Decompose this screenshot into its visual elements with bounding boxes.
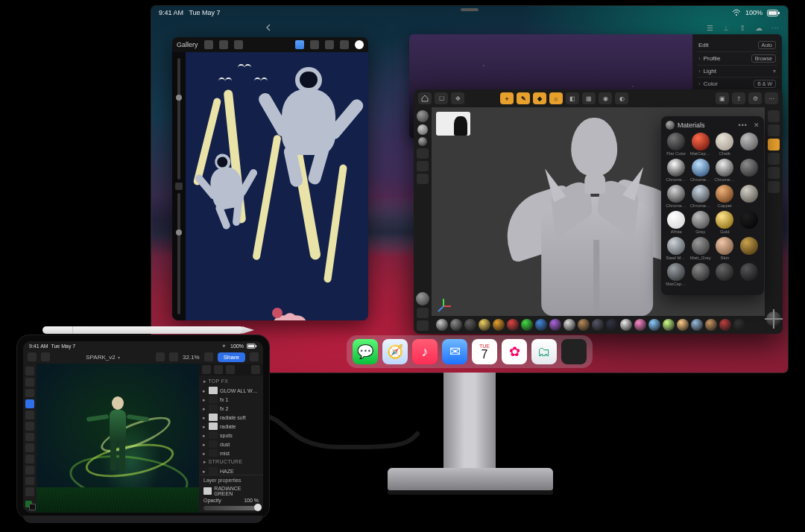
materials-panel[interactable]: Materials ••• ✕ Flat ColorMatCap Re…Chal… (661, 116, 764, 295)
visibility-icon[interactable]: ● (202, 415, 206, 420)
brush-shelf-item[interactable] (648, 319, 660, 331)
layer-group-label[interactable]: ▸ TOP FX (199, 377, 263, 386)
brush-shelf-item[interactable] (677, 319, 689, 331)
undo-icon[interactable] (156, 352, 165, 361)
brush-shelf-item[interactable] (620, 319, 632, 331)
brush-shelf-item[interactable] (691, 319, 703, 331)
material-swatch[interactable] (739, 159, 760, 182)
procreate-canvas[interactable] (186, 52, 368, 320)
layers-tab-icon[interactable] (202, 365, 211, 374)
material-swatch[interactable]: Flat Color (666, 133, 687, 156)
material-swatch[interactable]: Grey (690, 211, 712, 234)
layer-row[interactable]: ●fx 1 (199, 395, 263, 404)
select-icon[interactable]: ☐ (435, 92, 448, 104)
edit-mode-icon[interactable]: ✎ (517, 92, 530, 104)
text-tool-icon[interactable] (25, 477, 34, 486)
brush-preview-icon[interactable] (417, 110, 429, 122)
menu-icon[interactable] (41, 352, 50, 361)
edit-panel-row[interactable]: ›Light▾ (697, 66, 777, 77)
smudge-icon[interactable] (310, 40, 319, 49)
brush-size-slider[interactable] (177, 58, 180, 180)
crop-icon[interactable]: ⟂ (721, 22, 731, 33)
material-swatch[interactable] (690, 263, 712, 286)
camera-icon[interactable]: ▣ (716, 92, 729, 104)
reference-image[interactable] (436, 112, 470, 136)
home-icon[interactable] (418, 92, 432, 104)
brush-large-preview[interactable] (416, 292, 429, 305)
sculpt-brush-shelf[interactable] (432, 316, 765, 334)
material-swatch[interactable]: Matt_Grey (690, 237, 712, 260)
brush-shelf-item[interactable] (507, 319, 519, 331)
brush-shelf-item[interactable] (535, 319, 547, 331)
layer-row[interactable]: ●fx 2 (199, 404, 263, 413)
fill-tool-icon[interactable] (25, 422, 34, 431)
brush-shelf-item[interactable] (606, 319, 618, 331)
visibility-icon[interactable]: ● (202, 397, 206, 402)
gallery-button[interactable]: Gallery (177, 41, 198, 48)
more-icon[interactable]: ⋯ (770, 22, 780, 33)
brush-preview-icon[interactable] (418, 137, 427, 146)
material-swatch[interactable]: White (666, 211, 687, 234)
sliders-icon[interactable]: ☰ (704, 22, 715, 33)
lasso-tool-icon[interactable] (25, 389, 34, 398)
material-swatch[interactable]: Chrome A… (690, 185, 712, 208)
zoom-level[interactable]: 32.1% (183, 354, 200, 361)
material-swatch[interactable]: Chrome R… (666, 159, 687, 182)
materials-more-icon[interactable]: ••• (739, 121, 748, 129)
shade-icon[interactable]: ◐ (615, 92, 628, 104)
dock-app-music[interactable]: ♪ (412, 339, 438, 364)
eraser-tool-icon[interactable] (25, 411, 34, 419)
select-tool-icon[interactable] (25, 378, 34, 387)
clone-tool-icon[interactable] (25, 455, 34, 463)
layer-row[interactable]: ●dust (199, 440, 263, 449)
strength-slider-icon[interactable] (417, 320, 429, 331)
brush-shelf-item[interactable] (663, 319, 675, 331)
material-swatch[interactable]: Skin (714, 237, 736, 260)
material-swatch[interactable]: Gold (714, 211, 736, 234)
comment-icon[interactable] (250, 352, 259, 361)
layer-row[interactable]: ●HAZE (199, 466, 263, 475)
layer-row[interactable]: ●spots (199, 431, 263, 440)
move-icon[interactable]: ✥ (451, 92, 464, 104)
redo-icon[interactable] (169, 352, 178, 361)
canvas[interactable] (37, 364, 199, 513)
material-swatch[interactable] (739, 263, 760, 286)
visibility-icon[interactable]: ● (202, 469, 206, 474)
foreground-background-swatch[interactable] (25, 501, 34, 510)
primitive-icon[interactable]: ◆ (533, 92, 546, 104)
brush-icon[interactable] (295, 40, 304, 49)
material-swatch[interactable] (714, 263, 736, 286)
move-tool-icon[interactable] (25, 367, 34, 376)
layer-row[interactable]: ●radiate soft (199, 413, 263, 422)
dock-app-mail[interactable]: ✉ (442, 339, 467, 364)
layer-row[interactable]: ●radiate (199, 422, 263, 431)
layer-row[interactable]: ●GLOW ALL WHITE (199, 386, 263, 395)
visibility-icon[interactable]: ● (202, 406, 206, 411)
document-title[interactable]: SPARK_v2▾ (86, 354, 119, 361)
brush-shelf-item[interactable] (719, 319, 731, 331)
visibility-icon[interactable]: ● (202, 424, 206, 429)
light-icon[interactable]: ☼ (549, 92, 563, 104)
gradient-tool-icon[interactable] (25, 433, 34, 442)
select-icon[interactable] (219, 40, 228, 49)
brush-shelf-item[interactable] (733, 319, 745, 331)
back-icon[interactable] (263, 22, 274, 33)
scene-tab-icon[interactable] (768, 124, 780, 136)
material-swatch[interactable]: Chalk (714, 133, 736, 156)
solid-icon[interactable]: ◉ (599, 92, 612, 104)
brush-shelf-item[interactable] (521, 319, 533, 331)
symmetry-icon[interactable] (417, 148, 429, 159)
size-slider-icon[interactable] (417, 308, 429, 318)
falloff-icon[interactable] (417, 174, 429, 184)
material-swatch[interactable] (739, 185, 760, 208)
add-icon[interactable]: ＋ (500, 92, 514, 104)
brush-shelf-item[interactable] (634, 319, 646, 331)
material-swatch[interactable]: Chrome B… (690, 159, 712, 182)
procreate-side-slider[interactable] (172, 52, 186, 320)
brush-shelf-item[interactable] (436, 319, 448, 331)
close-icon[interactable]: ✕ (754, 121, 760, 129)
brush-preview-icon[interactable] (417, 124, 428, 135)
transform-icon[interactable] (204, 40, 213, 49)
layer-row[interactable]: ●mist (199, 449, 263, 457)
dock-app-safari[interactable]: 🧭 (382, 339, 408, 364)
